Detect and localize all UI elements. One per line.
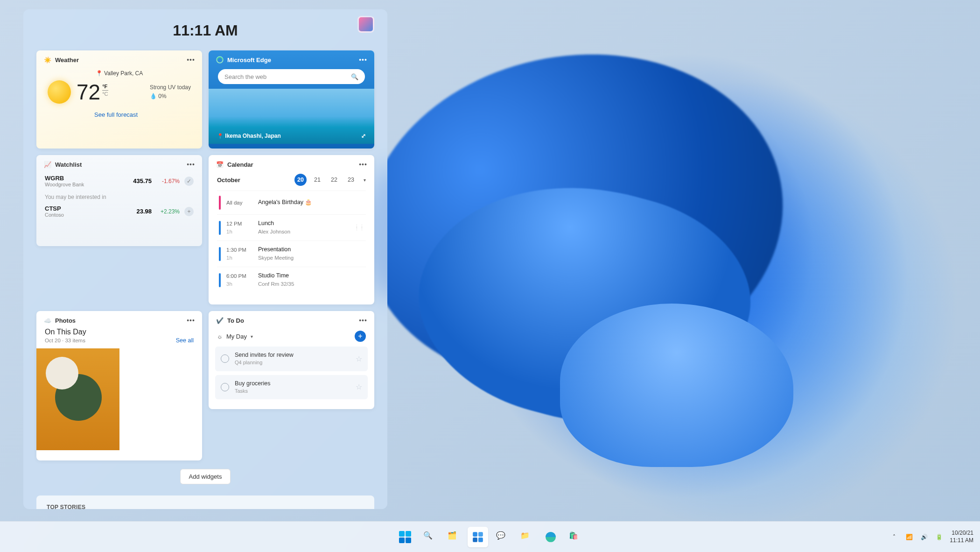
calendar-event[interactable]: 1:30 PM1h PresentationSkype Meeting bbox=[217, 241, 366, 267]
photos-widget[interactable]: ☁️ Photos ••• On This Day Oct 20 · 33 it… bbox=[36, 311, 202, 460]
store-button[interactable]: 🛍️ bbox=[565, 527, 585, 547]
chat-button[interactable]: 💬 bbox=[492, 527, 512, 547]
event-color-bar bbox=[219, 273, 221, 287]
todo-checkbox[interactable] bbox=[221, 354, 229, 363]
calendar-title: Calendar bbox=[227, 161, 253, 168]
photos-heading: On This Day bbox=[45, 328, 194, 336]
sun-outline-icon: ☼ bbox=[217, 333, 223, 340]
widgets-button[interactable] bbox=[468, 527, 488, 547]
watchlist-suggest-row[interactable]: CTSP Contoso 23.98 +2.23% + bbox=[36, 202, 202, 220]
sun-icon bbox=[48, 80, 71, 104]
edge-search-input[interactable]: Search the web 🔍 bbox=[218, 69, 365, 84]
widgets-clock: 11:11 AM bbox=[173, 22, 238, 39]
todo-more-button[interactable]: ••• bbox=[357, 316, 370, 325]
edge-image: 📍 Ikema Ohashi, Japan ⤢ bbox=[209, 89, 374, 144]
svg-rect-1 bbox=[473, 532, 477, 537]
calendar-date-strip: October 20 21 22 23 ▾ bbox=[209, 172, 374, 191]
widgets-panel: 11:11 AM ☀️ Weather ••• 📍 Valley Park, C… bbox=[23, 9, 387, 509]
svg-rect-2 bbox=[478, 532, 483, 537]
calendar-more-button[interactable]: ••• bbox=[357, 160, 370, 169]
calendar-icon: 📅 bbox=[216, 161, 224, 168]
edge-icon bbox=[216, 56, 224, 64]
event-color-bar bbox=[219, 221, 221, 235]
weather-temp: 72 °F °C bbox=[77, 79, 108, 105]
stocks-icon: 📈 bbox=[44, 161, 51, 168]
todo-checkbox[interactable] bbox=[221, 383, 229, 391]
task-view-button[interactable]: 🗂️ bbox=[443, 527, 464, 547]
calendar-day[interactable]: 23 bbox=[345, 174, 357, 186]
system-tray[interactable]: ˄ 📶 🔊 🔋 10/20/21 11:11 AM bbox=[890, 530, 973, 544]
battery-icon[interactable]: 🔋 bbox=[935, 533, 943, 541]
tray-overflow-icon[interactable]: ˄ bbox=[890, 533, 898, 541]
weather-widget[interactable]: ☀️ Weather ••• 📍 Valley Park, CA 72 °F °… bbox=[36, 50, 202, 149]
widgets-header: 11:11 AM bbox=[36, 19, 374, 42]
weather-location: 📍 Valley Park, CA bbox=[48, 70, 191, 77]
watchlist-row[interactable]: WGRB Woodgrove Bank 435.75 -1.67% ✓ bbox=[36, 172, 202, 190]
chevron-down-icon[interactable]: ▾ bbox=[364, 177, 366, 183]
search-button[interactable]: 🔍 bbox=[419, 527, 440, 547]
calendar-event[interactable]: 6:00 PM3h Studio TimeConf Rm 32/35 bbox=[217, 267, 366, 293]
photos-title: Photos bbox=[55, 317, 76, 324]
top-stories: TOP STORIES USA Today · 3 mins One of th… bbox=[36, 495, 374, 509]
watchlist-add-icon[interactable]: + bbox=[184, 207, 194, 216]
expand-icon[interactable]: ⤢ bbox=[361, 133, 366, 139]
calendar-widget[interactable]: 📅 Calendar ••• October 20 21 22 23 ▾ All… bbox=[209, 155, 374, 304]
unit-c[interactable]: °C bbox=[102, 91, 108, 98]
star-icon[interactable]: ☆ bbox=[356, 382, 362, 391]
photos-more-button[interactable]: ••• bbox=[184, 316, 197, 325]
svg-rect-4 bbox=[478, 538, 483, 542]
edge-widget[interactable]: Microsoft Edge ••• Search the web 🔍 📍 Ik… bbox=[209, 50, 374, 149]
calendar-day[interactable]: 22 bbox=[328, 174, 340, 186]
search-icon: 🔍 bbox=[351, 73, 358, 80]
todo-title: To Do bbox=[227, 317, 244, 324]
add-widgets: Add widgets bbox=[180, 469, 231, 484]
photo-thumbnail[interactable] bbox=[36, 348, 119, 450]
svg-rect-3 bbox=[473, 538, 477, 542]
event-color-bar bbox=[219, 247, 221, 261]
taskbar: 🔍 🗂️ 💬 📁 🛍️ ˄ 📶 🔊 🔋 10/20/21 11:11 AM bbox=[0, 521, 980, 552]
file-explorer-button[interactable]: 📁 bbox=[516, 527, 537, 547]
volume-icon[interactable]: 🔊 bbox=[920, 533, 928, 541]
todo-widget[interactable]: ✔️ To Do ••• ☼ My Day ▾ + Send invites f… bbox=[209, 311, 374, 409]
wifi-icon[interactable]: 📶 bbox=[905, 533, 913, 541]
todo-icon: ✔️ bbox=[216, 317, 224, 324]
watchlist-widget[interactable]: 📈 Watchlist ••• WGRB Woodgrove Bank 435.… bbox=[36, 155, 202, 246]
calendar-event[interactable]: 12 PM1h LunchAlex Johnson ⋮⋮⋮⋮ bbox=[217, 214, 366, 241]
start-button[interactable] bbox=[395, 527, 415, 547]
drag-handle-icon[interactable]: ⋮⋮⋮⋮ bbox=[355, 226, 365, 230]
calendar-day[interactable]: 21 bbox=[311, 174, 323, 186]
taskbar-center: 🔍 🗂️ 💬 📁 🛍️ bbox=[395, 527, 585, 547]
watchlist-note: You may be interested in bbox=[36, 190, 202, 202]
todo-item[interactable]: Send invites for reviewQ4 planning ☆ bbox=[215, 347, 368, 371]
add-task-button[interactable]: + bbox=[355, 331, 366, 342]
watchlist-title: Watchlist bbox=[55, 161, 82, 168]
onedrive-icon: ☁️ bbox=[44, 317, 51, 324]
user-avatar[interactable] bbox=[357, 16, 374, 33]
add-widgets-button[interactable]: Add widgets bbox=[180, 469, 231, 484]
edge-title: Microsoft Edge bbox=[227, 57, 271, 64]
unit-f[interactable]: °F bbox=[102, 83, 108, 91]
location-pin-icon: 📍 bbox=[217, 133, 224, 139]
watchlist-more-button[interactable]: ••• bbox=[184, 160, 197, 169]
watchlist-check-icon[interactable]: ✓ bbox=[184, 177, 194, 186]
weather-more-button[interactable]: ••• bbox=[184, 55, 197, 64]
weather-title: Weather bbox=[55, 57, 79, 64]
edge-taskbar-button[interactable] bbox=[540, 527, 561, 547]
event-color-bar bbox=[219, 196, 221, 210]
todo-item[interactable]: Buy groceriesTasks ☆ bbox=[215, 375, 368, 400]
see-forecast-link[interactable]: See full forecast bbox=[48, 105, 191, 118]
chevron-down-icon[interactable]: ▾ bbox=[251, 334, 253, 339]
weather-icon: ☀️ bbox=[44, 56, 51, 64]
edge-more-button[interactable]: ••• bbox=[357, 55, 370, 64]
calendar-day[interactable]: 20 bbox=[294, 174, 307, 186]
taskbar-clock[interactable]: 10/20/21 11:11 AM bbox=[950, 530, 973, 544]
calendar-event[interactable]: All day Angela's Birthday 🎂 bbox=[217, 191, 366, 214]
star-icon[interactable]: ☆ bbox=[356, 354, 362, 363]
weather-detail: Strong UV today 💧 0% bbox=[150, 83, 191, 101]
see-all-link[interactable]: See all bbox=[176, 337, 194, 344]
